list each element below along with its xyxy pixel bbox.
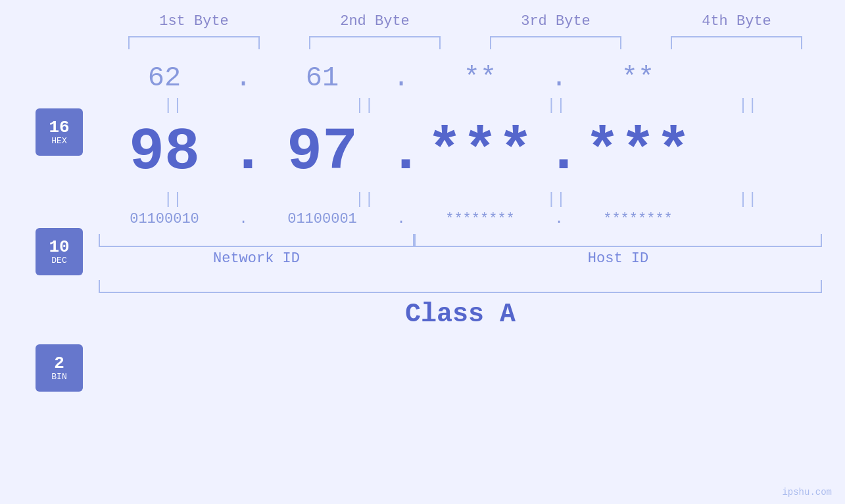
dec-byte4: ***	[572, 123, 704, 182]
bottom-brackets-row	[99, 234, 822, 247]
byte1-header: 1st Byte	[122, 13, 266, 30]
values-section: 62 . 61 . ** . ** || ||	[99, 62, 845, 392]
bin-byte3: ********	[414, 211, 546, 227]
dot-dec-2: .	[388, 117, 414, 188]
network-id-label: Network ID	[99, 250, 414, 267]
byte1-top-bracket	[128, 36, 260, 49]
byte4-header: 4th Byte	[664, 13, 809, 30]
byte-headers-row: 1st Byte 2nd Byte 3rd Byte 4th Byte	[104, 13, 827, 30]
dot-dec-3: .	[546, 117, 572, 188]
watermark: ipshu.com	[782, 487, 832, 497]
hex-badge-label: HEX	[51, 137, 66, 146]
byte3-header: 3rd Byte	[483, 13, 628, 30]
bin-badge: 2 BIN	[36, 344, 83, 392]
byte4-top-bracket	[671, 36, 802, 49]
dec-row: 98 . 97 . *** . ***	[99, 117, 822, 188]
eq2-b1: ||	[107, 191, 239, 208]
byte3-top-bracket	[490, 36, 621, 49]
eq2-b2: ||	[299, 191, 430, 208]
eq1-b4: ||	[682, 97, 813, 114]
dec-badge-number: 10	[49, 238, 69, 257]
equals-row-2: || || || ||	[99, 191, 822, 208]
eq1-b3: ||	[491, 97, 622, 114]
top-brackets	[104, 36, 827, 49]
bin-byte1: 01100010	[99, 211, 230, 227]
dec-badge: 10 DEC	[36, 228, 83, 275]
hex-byte4: **	[572, 62, 704, 94]
class-section: Class A	[99, 280, 822, 329]
hex-badge: 16 HEX	[36, 108, 83, 156]
badges-column: 16 HEX 10 DEC 2 BIN	[20, 62, 99, 392]
eq2-b4: ||	[682, 191, 813, 208]
dot-bin-1: .	[230, 211, 256, 227]
host-id-bracket	[414, 234, 822, 247]
eq2-b3: ||	[491, 191, 622, 208]
bin-byte4: ********	[572, 211, 704, 227]
network-id-bracket	[99, 234, 414, 247]
dot-hex-2: .	[388, 62, 414, 94]
hex-row: 62 . 61 . ** . **	[99, 62, 822, 94]
equals-row-1: || || || ||	[99, 97, 822, 114]
byte2-top-bracket	[309, 36, 441, 49]
dec-byte1: 98	[99, 123, 230, 182]
bottom-labels-row: Network ID Host ID	[99, 250, 822, 267]
dot-hex-1: .	[230, 62, 256, 94]
hex-badge-number: 16	[49, 118, 69, 137]
eq1-b2: ||	[299, 97, 430, 114]
hex-byte3: **	[414, 62, 546, 94]
dot-dec-1: .	[230, 117, 256, 188]
class-bracket	[99, 280, 822, 293]
dec-badge-label: DEC	[51, 256, 66, 265]
class-label-container: Class A	[99, 300, 822, 329]
main-layout: 16 HEX 10 DEC 2 BIN 62 .	[0, 62, 845, 392]
hex-byte2: 61	[256, 62, 388, 94]
dot-bin-2: .	[388, 211, 414, 227]
eq1-b1: ||	[107, 97, 239, 114]
bin-byte2: 01100001	[256, 211, 388, 227]
bin-row: 01100010 . 01100001 . ******** . *******…	[99, 211, 822, 227]
dot-hex-3: .	[546, 62, 572, 94]
byte2-header: 2nd Byte	[302, 13, 447, 30]
bin-badge-label: BIN	[51, 373, 66, 382]
hex-byte1: 62	[99, 62, 230, 94]
host-id-label: Host ID	[414, 250, 822, 267]
dec-byte2: 97	[256, 123, 388, 182]
bin-badge-number: 2	[54, 354, 64, 373]
dec-byte3: ***	[414, 123, 546, 182]
dot-bin-3: .	[546, 211, 572, 227]
main-container: 1st Byte 2nd Byte 3rd Byte 4th Byte 16 H…	[0, 0, 845, 504]
class-label: Class A	[405, 300, 516, 329]
